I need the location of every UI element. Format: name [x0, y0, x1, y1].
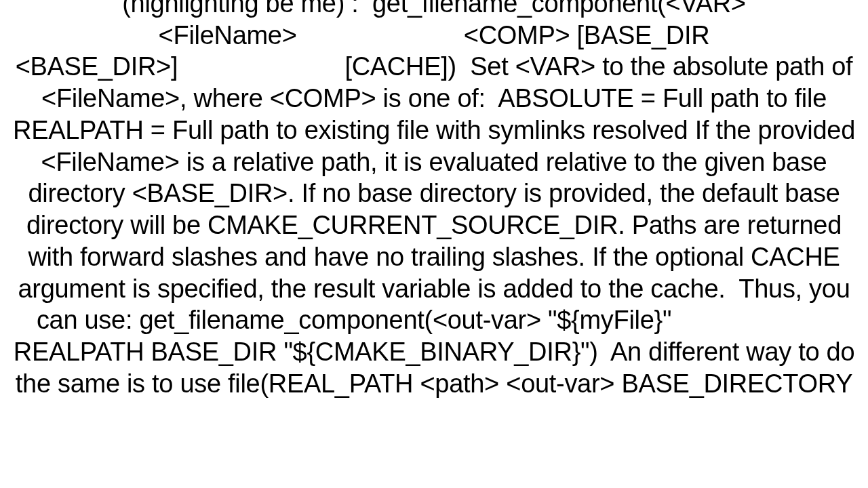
document-body: (highlighting be me) : get_filename_comp… [0, 0, 868, 400]
